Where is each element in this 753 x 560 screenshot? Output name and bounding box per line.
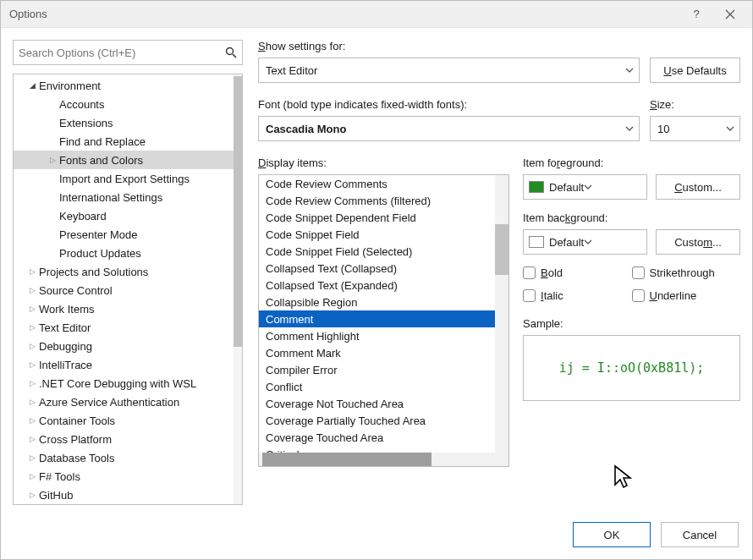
help-button[interactable]: ? <box>679 2 713 27</box>
tree-item[interactable]: ▷F# Tools <box>14 467 234 486</box>
list-item[interactable]: Code Review Comments <box>259 175 495 192</box>
tree-scrollbar[interactable] <box>234 74 242 504</box>
expand-closed-icon: ▷ <box>27 491 37 499</box>
expand-closed-icon: ▷ <box>27 435 37 443</box>
tree-item[interactable]: ▷Source Control <box>14 281 234 299</box>
tree-item-label: F# Tools <box>39 470 80 483</box>
list-item[interactable]: Coverage Touched Area <box>259 429 495 446</box>
list-item[interactable]: Coverage Partially Touched Area <box>259 412 495 429</box>
left-pane: ◢EnvironmentAccountsExtensionsFind and R… <box>13 40 243 505</box>
bold-label: Bold <box>541 266 563 279</box>
list-item[interactable]: Code Snippet Field (Selected) <box>259 243 495 260</box>
strikethrough-checkbox[interactable]: Strikethrough <box>632 266 741 279</box>
list-item[interactable]: Code Review Comments (filtered) <box>259 192 495 209</box>
tree-item[interactable]: ▷IntelliTrace <box>14 355 234 374</box>
tree-item-label: Import and Export Settings <box>59 173 190 185</box>
expand-closed-icon: ▷ <box>27 342 37 350</box>
checkbox-box <box>632 289 645 302</box>
tree-scrollbar-thumb[interactable] <box>234 76 242 347</box>
list-item[interactable]: Code Snippet Dependent Field <box>259 209 495 226</box>
chevron-down-icon <box>584 184 592 189</box>
list-item[interactable]: Coverage Not Touched Area <box>259 395 495 412</box>
list-item[interactable]: Comment Highlight <box>259 327 495 344</box>
tree-item[interactable]: Accounts <box>14 95 234 113</box>
list-item[interactable]: Collapsible Region <box>259 294 495 310</box>
tree-item[interactable]: Extensions <box>14 113 234 132</box>
tree-item[interactable]: ▷Projects and Solutions <box>14 262 234 281</box>
color-swatch <box>529 236 544 248</box>
tree-item[interactable]: Presenter Mode <box>14 225 234 244</box>
list-item[interactable]: Collapsed Text (Expanded) <box>259 277 495 294</box>
tree-item-label: .NET Core Debugging with WSL <box>39 377 196 390</box>
list-item[interactable]: Conflict <box>259 378 495 395</box>
close-button[interactable] <box>713 2 747 27</box>
use-defaults-button[interactable]: Use Defaults <box>650 58 740 83</box>
search-icon[interactable] <box>225 47 237 58</box>
tree-item[interactable]: ▷Text Editor <box>14 318 234 337</box>
options-dialog: Options ? ◢EnvironmentAccountsExtensions… <box>0 0 753 560</box>
list-vscrollbar[interactable] <box>495 175 508 453</box>
tree-item-label: Environment <box>39 80 101 92</box>
expand-closed-icon: ▷ <box>27 472 37 480</box>
tree-item-label: Fonts and Colors <box>59 154 143 167</box>
tree-item[interactable]: ▷Cross Platform <box>14 430 234 448</box>
item-background-select[interactable]: Default <box>523 229 647 255</box>
tree-item-label: GitHub <box>39 489 73 502</box>
search-input[interactable] <box>14 41 242 64</box>
list-item[interactable]: Comment Mark <box>259 344 495 361</box>
item-background-label: Item background: <box>523 211 740 224</box>
tree-item[interactable]: ▷.NET Core Debugging with WSL <box>14 374 234 393</box>
tree-item-label: Presenter Mode <box>59 228 138 241</box>
tree-item-label: Text Editor <box>39 321 91 334</box>
list-item[interactable]: Compiler Error <box>259 361 495 378</box>
sample-preview: ij = I::oO(0xB81l); <box>523 335 740 401</box>
tree-item[interactable]: Product Updates <box>14 244 234 262</box>
tree-item[interactable]: Keyboard <box>14 206 234 225</box>
tree-item-label: Debugging <box>39 340 92 353</box>
color-swatch <box>529 181 544 193</box>
font-value: Cascadia Mono <box>266 123 346 135</box>
tree-item-label: Keyboard <box>59 210 107 222</box>
size-select[interactable]: 10 <box>650 116 740 141</box>
underline-checkbox[interactable]: Underline <box>632 289 741 302</box>
expand-closed-icon: ▷ <box>27 416 37 425</box>
tree-item[interactable]: ▷Fonts and Colors <box>14 151 234 169</box>
fg-custom-button[interactable]: Custom... <box>656 174 740 200</box>
italic-checkbox[interactable]: Italic <box>523 289 632 302</box>
tree-item[interactable]: Import and Export Settings <box>14 169 234 188</box>
ok-button[interactable]: OK <box>573 522 651 547</box>
help-icon: ? <box>693 8 699 20</box>
list-item[interactable]: Critical <box>259 446 495 453</box>
tree-item[interactable]: ▷Work Items <box>14 299 234 318</box>
tree-item[interactable]: ▷Database Tools <box>14 448 234 467</box>
list-item[interactable]: Code Snippet Field <box>259 226 495 243</box>
bold-checkbox[interactable]: Bold <box>523 266 632 279</box>
tree-item[interactable]: Find and Replace <box>14 132 234 151</box>
tree-item[interactable]: ▷GitHub <box>14 486 234 504</box>
checkbox-box <box>523 289 536 302</box>
tree-item-label: Source Control <box>39 284 113 297</box>
tree-item[interactable]: ▷Debugging <box>14 337 234 355</box>
font-select[interactable]: Cascadia Mono <box>258 116 640 141</box>
list-hscrollbar[interactable] <box>259 453 495 466</box>
list-item[interactable]: Comment <box>259 310 495 327</box>
list-hscrollbar-thumb[interactable] <box>262 453 431 466</box>
tree-item[interactable]: ▷Azure Service Authentication <box>14 393 234 411</box>
expand-closed-icon: ▷ <box>27 360 37 369</box>
nav-tree: ◢EnvironmentAccountsExtensionsFind and R… <box>13 74 243 505</box>
item-foreground-select[interactable]: Default <box>523 174 647 200</box>
tree-item[interactable]: International Settings <box>14 188 234 206</box>
chevron-down-icon <box>625 68 634 73</box>
tree-item[interactable]: ▷Container Tools <box>14 411 234 430</box>
expand-closed-icon: ▷ <box>27 267 37 276</box>
tree-item-label: Product Updates <box>59 247 141 260</box>
cancel-button[interactable]: Cancel <box>661 522 739 547</box>
size-value: 10 <box>657 123 669 135</box>
display-items-list[interactable]: Code Review CommentsCode Review Comments… <box>258 174 509 467</box>
bg-custom-button[interactable]: Custom... <box>656 229 740 255</box>
list-vscrollbar-thumb[interactable] <box>495 224 508 275</box>
tree-item-label: Work Items <box>39 303 95 316</box>
show-settings-select[interactable]: Text Editor <box>258 58 640 83</box>
tree-item[interactable]: ◢Environment <box>14 76 234 95</box>
list-item[interactable]: Collapsed Text (Collapsed) <box>259 260 495 277</box>
